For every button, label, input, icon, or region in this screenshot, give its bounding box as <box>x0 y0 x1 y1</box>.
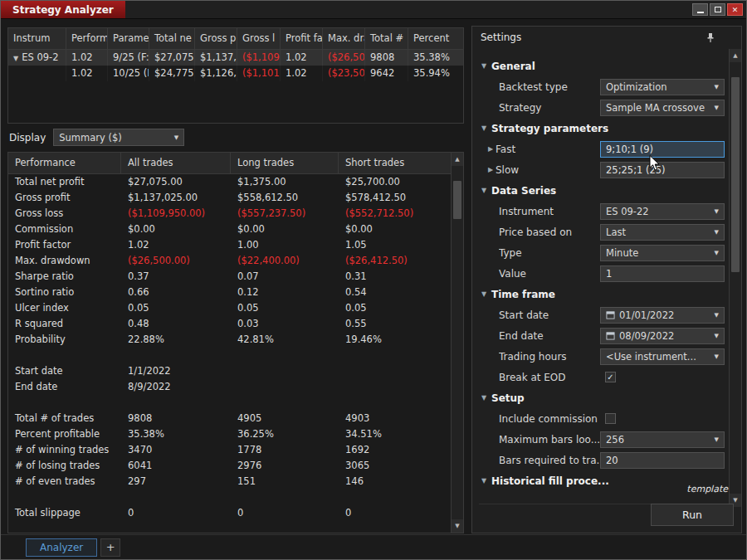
settings-scrollbar[interactable]: ▲ ▼ <box>729 49 741 507</box>
chevron-down-icon: ▼ <box>710 436 719 443</box>
bars-required-input[interactable]: 20 <box>600 452 725 469</box>
scrollbar-track[interactable] <box>452 166 463 519</box>
chevron-down-icon[interactable]: ▼ <box>479 477 489 485</box>
metric-value: 0 <box>339 505 452 521</box>
value-input[interactable]: 1 <box>600 265 725 282</box>
metric-name: Total slippage <box>8 505 121 521</box>
instrument-select[interactable]: ES 09-22 ▼ <box>600 203 725 220</box>
section-strategy-parameters[interactable]: ▼ Strategy parameters <box>479 118 725 139</box>
results-cell: ($1,101, <box>237 66 281 81</box>
section-data-series[interactable]: ▼ Data Series <box>479 180 725 201</box>
column-header-all-trades[interactable]: All trades <box>121 153 231 173</box>
metric-value: 6041 <box>121 458 231 474</box>
chevron-down-icon[interactable]: ▼ <box>479 62 489 70</box>
setting-row-fast: ▶ Fast 9;10;1 (9) <box>479 139 725 159</box>
metric-name: Total net profit <box>8 174 121 190</box>
scroll-down-icon[interactable]: ▼ <box>452 519 463 533</box>
scrollbar-thumb[interactable] <box>731 77 740 272</box>
metric-value: $25,700.00 <box>339 174 452 190</box>
results-row[interactable]: ▼ES 09-21.029/25 (F:$27,075$1,137,0($1,1… <box>8 50 463 66</box>
section-setup[interactable]: ▼ Setup <box>479 387 725 408</box>
performance-row: Sortino ratio0.660.120.54 <box>8 285 452 300</box>
titlebar[interactable]: Strategy Analyzer ✕ <box>1 1 746 19</box>
section-general[interactable]: ▼ General <box>479 56 725 76</box>
maximize-button[interactable] <box>710 3 725 16</box>
results-cell: 1.02 <box>281 50 323 66</box>
metric-value: 1.05 <box>339 237 452 253</box>
metric-value: ($557,237.50) <box>231 206 339 222</box>
column-header-total-net[interactable]: Total ne <box>149 28 195 49</box>
close-icon: ✕ <box>732 6 739 14</box>
template-link[interactable]: template <box>686 484 728 494</box>
price-based-on-select[interactable]: Last ▼ <box>600 224 725 241</box>
results-row[interactable]: 1.0210/25 (I$24,775$1,126,7($1,101,1.02(… <box>8 66 463 81</box>
metric-value: ($26,412.50) <box>339 253 452 269</box>
metric-value: $0.00 <box>339 222 452 237</box>
metric-value: 42.81% <box>231 332 339 348</box>
metric-name: Ulcer index <box>8 300 121 316</box>
setting-row-slow: ▶ Slow 25;25;1 (25) <box>479 159 725 180</box>
column-header-gross-loss[interactable]: Gross l <box>237 28 281 49</box>
row-expander-icon[interactable]: ▼ <box>13 55 18 62</box>
metric-value: 0.05 <box>231 300 339 316</box>
metric-value: 1.00 <box>231 237 339 253</box>
metric-name: Start date <box>8 363 121 379</box>
close-button[interactable]: ✕ <box>727 3 743 16</box>
fast-input[interactable]: 9;10;1 (9) <box>600 141 725 158</box>
maximum-bars-select[interactable]: 256 ▼ <box>600 431 725 448</box>
results-cell <box>8 66 66 81</box>
column-header-total-trades[interactable]: Total # <box>365 28 408 49</box>
scroll-up-icon[interactable]: ▲ <box>452 153 463 166</box>
chevron-down-icon: ▼ <box>710 84 719 90</box>
column-header-short-trades[interactable]: Short trades <box>339 153 452 173</box>
column-header-instrument[interactable]: Instrum <box>8 28 66 49</box>
scrollbar-track[interactable] <box>730 62 741 494</box>
metric-value <box>231 363 339 379</box>
trading-hours-select[interactable]: <Use instrument... ▼ <box>600 348 725 365</box>
results-cell: 9808 <box>365 50 408 66</box>
column-header-profit-factor[interactable]: Profit fa <box>281 28 323 49</box>
metric-value: 0.05 <box>121 300 231 316</box>
metric-name: # of losing trades <box>8 458 121 474</box>
column-header-performance[interactable]: Perform <box>66 28 108 49</box>
column-header-parameters[interactable]: Parame <box>108 28 149 49</box>
start-date-picker[interactable]: 01/01/2022 ▼ <box>600 307 725 324</box>
slow-input[interactable]: 25;25;1 (25) <box>600 162 725 178</box>
chevron-right-icon[interactable]: ▶ <box>486 166 496 173</box>
scroll-up-icon[interactable]: ▲ <box>730 49 741 62</box>
pin-icon[interactable] <box>706 32 715 43</box>
column-header-metric[interactable]: Performance <box>8 153 121 173</box>
metric-value: $1,137,025.00 <box>121 190 231 206</box>
tab-analyzer[interactable]: Analyzer <box>26 538 97 557</box>
column-header-max-drawdown[interactable]: Max. dra <box>323 28 365 49</box>
add-tab-button[interactable]: + <box>100 538 120 557</box>
scrollbar-thumb[interactable] <box>453 181 461 219</box>
metric-value: 34.51% <box>339 426 452 442</box>
break-at-eod-checkbox[interactable]: ✓ <box>605 372 616 382</box>
end-date-picker[interactable]: 08/09/2022 ▼ <box>600 328 725 344</box>
optimization-results-grid: Instrum Perform Parame Total ne Gross p … <box>7 27 464 124</box>
type-select[interactable]: Minute ▼ <box>600 245 725 261</box>
performance-row: End date8/9/2022 <box>8 379 452 395</box>
chevron-down-icon[interactable]: ▼ <box>479 394 489 402</box>
chevron-down-icon[interactable]: ▼ <box>479 290 489 298</box>
performance-table-scrollbar[interactable]: ▲ ▼ <box>451 153 463 533</box>
chevron-right-icon[interactable]: ▶ <box>486 145 496 153</box>
run-button[interactable]: Run <box>651 504 734 526</box>
section-time-frame[interactable]: ▼ Time frame <box>479 284 725 304</box>
strategy-select[interactable]: Sample MA crossove ▼ <box>600 100 725 116</box>
chevron-down-icon[interactable]: ▼ <box>479 187 489 194</box>
chevron-down-icon[interactable]: ▼ <box>479 124 489 132</box>
column-header-percent[interactable]: Percent <box>408 28 464 49</box>
column-header-gross-profit[interactable]: Gross p <box>195 28 237 49</box>
metric-name: Total # of trades <box>8 411 121 426</box>
include-commission-checkbox[interactable] <box>605 413 616 424</box>
chevron-down-icon: ▼ <box>710 333 719 339</box>
column-header-long-trades[interactable]: Long trades <box>231 153 339 173</box>
display-select[interactable]: Summary ($) ▼ <box>53 129 184 146</box>
minimize-button[interactable] <box>692 3 708 16</box>
backtest-type-select[interactable]: Optimization ▼ <box>600 79 725 95</box>
metric-value: 4903 <box>339 411 452 426</box>
spacer-row <box>8 348 452 363</box>
setting-row-maximum-bars: Maximum bars loo... 256 ▼ <box>479 429 725 450</box>
